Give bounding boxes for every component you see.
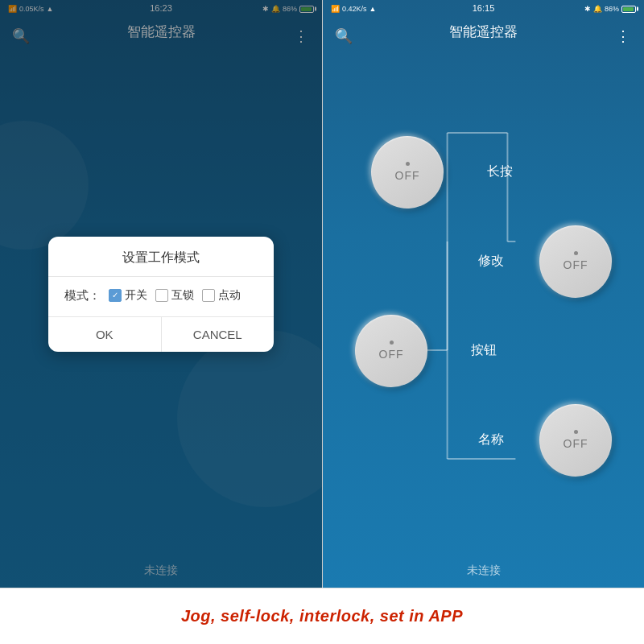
off-dot-3 [390, 341, 394, 345]
option-kaiguan[interactable]: 开关 [109, 288, 147, 303]
dialog-overlay: 设置工作模式 模式： 开关 互锁 [0, 0, 322, 588]
mode-row: 模式： 开关 互锁 点动 [64, 288, 258, 303]
label-mingcheng: 名称 [467, 431, 515, 448]
search-icon-right[interactable]: 🔍 [332, 25, 355, 47]
signal-icon-right: 📶 [331, 5, 340, 13]
alarm-icon-right: 🔔 [593, 5, 602, 13]
dialog-actions: OK CANCEL [48, 317, 274, 352]
off-button-4[interactable]: OFF [539, 404, 612, 477]
dialog-title: 设置工作模式 [48, 237, 274, 277]
control-row-2: 修改 OFF [323, 219, 644, 304]
right-status-right: ✱ 🔔 86% [584, 5, 636, 13]
control-row-4: 名称 OFF [323, 398, 644, 483]
checkbox-husuo[interactable] [155, 289, 168, 302]
right-status-left: 📶 0.42K/s ▲ [331, 5, 376, 13]
bt-icon-right: ✱ [584, 5, 591, 13]
caption-row: Jog, self-lock, interlock, set in APP [0, 588, 644, 644]
off-text-3: OFF [379, 348, 404, 361]
label-diandong: 点动 [218, 288, 241, 303]
mode-label: 模式： [64, 288, 101, 303]
battery-pct-right: 86% [605, 5, 619, 13]
checkbox-diandong[interactable] [202, 289, 215, 302]
right-time: 16:15 [473, 3, 495, 13]
label-changàn: 长按 [476, 163, 524, 180]
right-status-bar: 📶 0.42K/s ▲ 16:15 ✱ 🔔 86% [323, 0, 644, 18]
control-row-3: OFF 按钮 [323, 308, 644, 394]
wifi-icon-right: ▲ [369, 5, 377, 13]
more-icon-right[interactable]: ⋮ [612, 25, 634, 47]
label-kaiguan: 开关 [125, 288, 147, 303]
option-dian-dong[interactable]: 点动 [202, 288, 241, 303]
label-anniu: 按钮 [460, 342, 508, 359]
cancel-button[interactable]: CANCEL [162, 317, 275, 352]
right-bottom-bar: 未连接 [323, 554, 644, 588]
screens-row: 📶 0.05K/s ▲ 16:23 ✱ 🔔 86% 🔍 智能遥控器 ⋮ [0, 0, 644, 588]
option-husuo[interactable]: 互锁 [155, 288, 194, 303]
caption-text: Jog, self-lock, interlock, set in APP [181, 607, 463, 625]
off-text-4: OFF [564, 437, 588, 450]
off-button-1[interactable]: OFF [371, 136, 444, 208]
off-button-2[interactable]: OFF [539, 225, 612, 298]
off-dot-4 [574, 430, 578, 434]
off-button-3[interactable]: OFF [355, 315, 427, 387]
speed-text-right: 0.42K/s [342, 5, 367, 13]
dialog-body: 模式： 开关 互锁 点动 [48, 277, 274, 317]
label-xiugai: 修改 [467, 253, 515, 270]
label-husuo: 互锁 [171, 288, 194, 303]
right-app-bar: 🔍 智能遥控器 ⋮ [323, 18, 644, 55]
controls-area: OFF 长按 修改 OFF OFF [323, 64, 644, 547]
checkbox-kaiguan[interactable] [109, 289, 122, 302]
ok-button[interactable]: OK [48, 317, 162, 352]
right-app-title: 智能遥控器 [449, 23, 518, 41]
right-phone-screen: 📶 0.42K/s ▲ 16:15 ✱ 🔔 86% 🔍 智能遥控器 ⋮ [322, 0, 644, 588]
left-phone-screen: 📶 0.05K/s ▲ 16:23 ✱ 🔔 86% 🔍 智能遥控器 ⋮ [0, 0, 322, 588]
right-connection-status: 未连接 [467, 564, 501, 578]
work-mode-dialog: 设置工作模式 模式： 开关 互锁 [48, 237, 274, 352]
battery-icon-right [621, 6, 636, 13]
control-row-1: OFF 长按 [323, 130, 644, 215]
off-dot-2 [574, 251, 578, 255]
off-dot-1 [406, 162, 410, 166]
main-container: 📶 0.05K/s ▲ 16:23 ✱ 🔔 86% 🔍 智能遥控器 ⋮ [0, 0, 644, 644]
off-text-2: OFF [564, 258, 588, 271]
off-text-1: OFF [395, 169, 420, 182]
